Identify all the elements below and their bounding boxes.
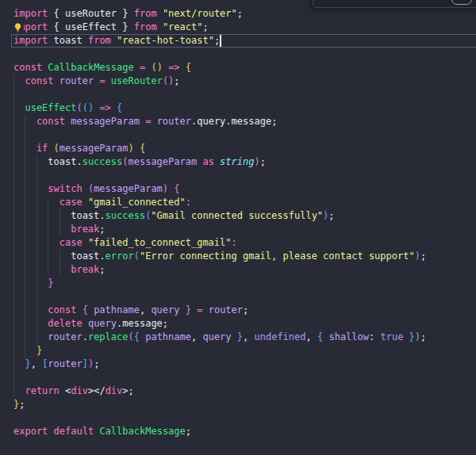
code-token: >;: [122, 385, 133, 396]
indent-guide: [48, 263, 59, 277]
code-token: ]: [83, 358, 88, 369]
code-line[interactable]: export default CallbackMessage;: [13, 425, 476, 438]
code-line[interactable]: toast.error("Error connecting gmail, ple…: [13, 250, 476, 263]
code-line[interactable]: toast.success(messageParam as string);: [13, 155, 476, 169]
code-token: ;: [186, 426, 191, 437]
code-token: toast.: [48, 156, 82, 167]
code-token: (): [151, 62, 162, 73]
floating-widget[interactable]: [313, 0, 476, 8]
code-token: ;: [214, 35, 220, 46]
code-token: "react-hot-toast": [117, 35, 214, 46]
code-token: [157, 8, 163, 19]
code-line[interactable]: useEffect(() => {: [13, 101, 476, 115]
code-token: ,: [31, 358, 42, 369]
code-line[interactable]: }: [13, 344, 476, 358]
indent-guide: [13, 115, 25, 128]
code-token: pathname: [145, 331, 191, 342]
code-line[interactable]: case "failed_to_connect_gmail":: [13, 236, 476, 250]
indent-guide: [36, 236, 48, 250]
code-token: error: [106, 250, 134, 262]
code-line[interactable]: }, [router]);: [13, 358, 476, 371]
code-line[interactable]: case "gmail_connected":: [13, 196, 476, 209]
code-token: useRouter: [111, 75, 163, 86]
code-line[interactable]: const { pathname, query } = router;: [13, 304, 476, 317]
code-line[interactable]: break;: [13, 263, 476, 277]
code-token: [83, 183, 88, 194]
code-token: messageParam: [71, 116, 140, 127]
code-token: undefined: [254, 331, 305, 342]
code-line[interactable]: delete query.message;: [13, 317, 476, 331]
code-line[interactable]: [13, 290, 476, 304]
code-token: ,: [191, 331, 202, 342]
code-line[interactable]: const CallbackMessage = () => {: [13, 61, 476, 75]
code-line[interactable]: const router = useRouter();: [13, 75, 476, 88]
code-token: [48, 426, 53, 437]
indent-guide: [36, 331, 48, 344]
indent-guide: [13, 223, 25, 236]
code-token: {: [117, 102, 122, 113]
indent-guide: [13, 169, 25, 182]
code-line[interactable]: };: [13, 398, 476, 411]
code-line[interactable]: import toast from "react-hot-toast";: [13, 34, 476, 48]
code-line[interactable]: break;: [13, 223, 476, 236]
code-line[interactable]: [13, 128, 476, 142]
code-line[interactable]: [13, 48, 476, 61]
code-line[interactable]: }: [13, 277, 476, 290]
code-token: case: [60, 237, 83, 248]
code-line[interactable]: [13, 88, 476, 101]
widget-pill-button[interactable]: [451, 0, 472, 5]
code-line[interactable]: return <div></div>;: [13, 384, 476, 398]
code-line[interactable]: const messageParam = router.query.messag…: [13, 115, 476, 128]
indent-guide: [36, 155, 48, 169]
indent-guide: [25, 182, 36, 196]
code-token: ): [129, 143, 134, 154]
code-token: "gmail_connected": [88, 197, 186, 208]
code-token: ;: [420, 250, 426, 262]
indent-guide: [25, 277, 36, 290]
code-token: =>: [168, 62, 179, 73]
code-token: string: [220, 156, 254, 167]
code-token: const: [13, 62, 42, 73]
code-token: }: [237, 331, 243, 342]
indent-guide: [13, 142, 25, 155]
code-token: ;: [328, 210, 334, 221]
code-token: break: [71, 264, 99, 275]
code-token: shallow: [328, 331, 369, 342]
code-token: [180, 62, 186, 73]
code-editor[interactable]: import { useRouter } from "next/router";…: [0, 0, 476, 455]
code-area[interactable]: import { useRouter } from "next/router";…: [13, 7, 476, 438]
code-token: ;: [19, 399, 25, 410]
code-token: toast.: [71, 210, 105, 221]
code-line[interactable]: switch (messageParam) {: [13, 182, 476, 196]
code-token: as: [202, 156, 213, 167]
indent-guide: [36, 223, 48, 236]
code-line[interactable]: toast.success("Gmail connected successfu…: [13, 209, 476, 223]
indent-guide: [25, 331, 36, 344]
indent-guide: [25, 115, 36, 128]
quick-fix-lightbulb-icon[interactable]: [12, 21, 24, 34]
code-token: }: [409, 331, 415, 342]
code-line[interactable]: import { useEffect } from "react";: [13, 21, 476, 34]
code-token: }: [25, 358, 30, 369]
indent-guide: [25, 196, 36, 209]
code-line[interactable]: if (messageParam) {: [13, 142, 476, 155]
code-token: [134, 143, 140, 154]
code-token: (: [128, 331, 133, 342]
code-token: "Error connecting gmail, please contact …: [140, 250, 415, 262]
code-token: {: [186, 62, 191, 73]
indent-guide: [60, 209, 71, 223]
code-line[interactable]: import { useRouter } from "next/router";: [13, 7, 476, 21]
indent-guide: [25, 142, 36, 155]
indent-guide: [36, 263, 48, 277]
code-line[interactable]: [13, 371, 476, 384]
code-token: .message;: [117, 318, 168, 329]
code-line[interactable]: [13, 411, 476, 425]
code-token: const: [48, 304, 76, 315]
code-token: [48, 143, 53, 154]
indent-guide: [25, 236, 36, 250]
code-token: [111, 35, 117, 46]
code-line[interactable]: router.replace({ pathname, query }, unde…: [13, 331, 476, 344]
code-token: router: [157, 116, 191, 127]
code-line[interactable]: [13, 169, 476, 182]
code-token: =: [99, 75, 105, 86]
